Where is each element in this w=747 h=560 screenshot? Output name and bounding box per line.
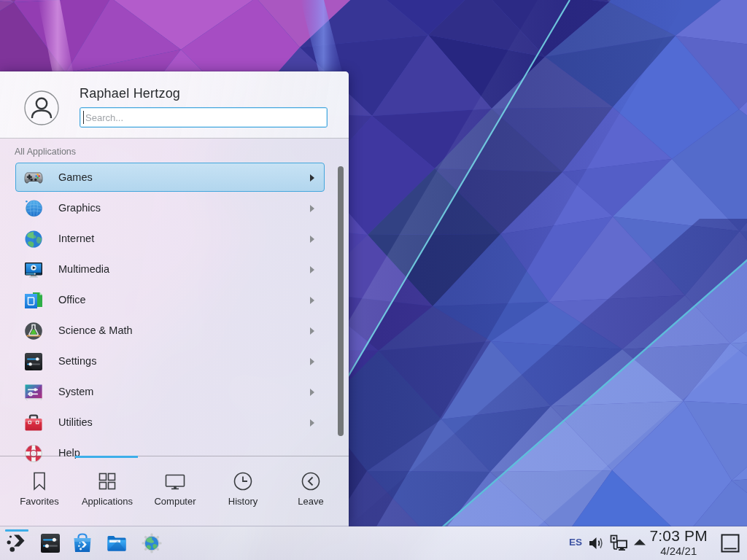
utilities-icon (24, 413, 43, 432)
active-task-indicator (5, 529, 28, 532)
text-caret (83, 111, 84, 124)
submenu-arrow-icon (310, 236, 314, 243)
search-input[interactable] (80, 107, 328, 128)
launcher-tab-bar: FavoritesApplicationsComputerHistoryLeav… (0, 456, 349, 526)
scrollbar-thumb[interactable] (338, 166, 344, 436)
category-item-science-math[interactable]: Science & Math (15, 316, 325, 345)
submenu-arrow-icon (310, 174, 314, 182)
web-browser-button[interactable] (141, 532, 163, 554)
digital-clock[interactable]: 7:03 PM 4/24/21 (649, 528, 708, 556)
system-settings-button[interactable] (39, 532, 61, 554)
favorites-tab-icon (29, 471, 50, 491)
office-icon (24, 291, 43, 310)
network-icon[interactable] (609, 534, 628, 553)
application-launcher-button[interactable] (5, 532, 27, 554)
submenu-arrow-icon (310, 297, 314, 304)
expand-tray-icon[interactable] (630, 533, 649, 552)
category-label: Office (58, 286, 86, 314)
submenu-arrow-icon (310, 419, 314, 427)
category-label: System (58, 378, 93, 405)
launcher-header: Raphael Hertzog (0, 71, 349, 139)
computer-tab-icon (165, 471, 185, 491)
graphics-icon (24, 199, 43, 218)
tab-label: Favorites (6, 496, 74, 507)
user-avatar[interactable] (24, 90, 59, 125)
kali-menu-icon (7, 535, 25, 552)
applications-tab-icon (97, 471, 117, 491)
history-tab-icon (233, 471, 253, 491)
category-label: Multimedia (58, 255, 109, 283)
software-center-icon (74, 534, 91, 553)
category-label: Graphics (58, 194, 101, 222)
category-item-internet[interactable]: Internet (15, 224, 325, 253)
submenu-arrow-icon (310, 266, 314, 273)
tab-favorites[interactable]: Favorites (6, 456, 74, 526)
tab-label: History (209, 496, 277, 507)
tab-applications[interactable]: Applications (74, 456, 142, 526)
category-label: Games (58, 163, 93, 191)
submenu-arrow-icon (310, 205, 314, 212)
category-item-multimedia[interactable]: Multimedia (15, 254, 325, 284)
submenu-arrow-icon (310, 327, 314, 335)
desktop: Raphael Hertzog All Applications GamesGr… (0, 0, 747, 560)
show-desktop-button[interactable] (721, 534, 740, 553)
clock-date: 4/24/21 (649, 545, 708, 556)
taskbar-panel: ES 7:03 PM 4/24/21 (0, 526, 747, 560)
leave-tab-icon (301, 471, 321, 491)
tab-label: Leave (277, 496, 345, 507)
file-manager-button[interactable] (106, 532, 128, 554)
tab-label: Applications (74, 496, 142, 507)
science-icon (24, 322, 43, 341)
system-settings-icon (41, 534, 60, 553)
tab-computer[interactable]: Computer (142, 456, 209, 526)
section-label: All Applications (15, 147, 76, 157)
system-icon (24, 383, 43, 402)
tab-leave[interactable]: Leave (277, 456, 345, 526)
user-name: Raphael Hertzog (80, 86, 180, 101)
category-list: GamesGraphicsInternetMultimediaOfficeSci… (15, 163, 325, 469)
tab-history[interactable]: History (209, 456, 277, 526)
keyboard-layout-indicator[interactable]: ES (569, 537, 582, 548)
volume-icon[interactable] (587, 534, 606, 553)
multimedia-icon (24, 260, 43, 279)
games-icon (24, 168, 43, 187)
submenu-arrow-icon (310, 389, 314, 396)
category-item-system[interactable]: System (15, 377, 325, 406)
tab-label: Computer (142, 496, 209, 507)
category-item-utilities[interactable]: Utilities (15, 408, 325, 437)
application-launcher-menu: Raphael Hertzog All Applications GamesGr… (0, 71, 349, 526)
category-label: Internet (58, 225, 94, 252)
file-manager-icon (108, 536, 126, 551)
clock-time: 7:03 PM (649, 528, 708, 543)
category-label: Science & Math (58, 316, 133, 344)
category-item-settings[interactable]: Settings (15, 346, 325, 376)
submenu-arrow-icon (310, 358, 314, 365)
software-center-button[interactable] (71, 532, 93, 554)
web-browser-icon (142, 534, 162, 553)
category-label: Utilities (58, 408, 93, 436)
category-item-graphics[interactable]: Graphics (15, 193, 325, 222)
internet-icon (24, 230, 43, 249)
category-item-office[interactable]: Office (15, 285, 325, 314)
category-label: Settings (58, 347, 96, 375)
settings-icon (24, 352, 43, 371)
category-item-games[interactable]: Games (15, 163, 325, 192)
